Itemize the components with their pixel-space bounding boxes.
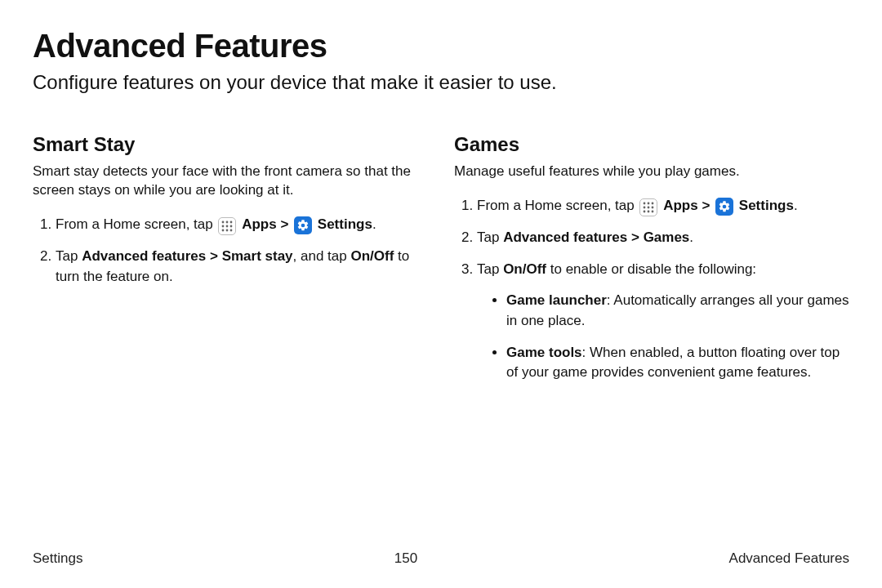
period: . [794,198,798,213]
svg-point-12 [644,207,646,209]
smart-stay-section: Smart Stay Smart stay detects your face … [33,133,428,394]
smart-stay-step-2: Tap Advanced features > Smart stay, and … [56,247,428,287]
svg-point-11 [652,203,654,205]
svg-point-3 [222,225,225,227]
step-bold: Advanced features > Smart stay [82,248,292,264]
period: . [372,216,376,232]
games-desc: Manage useful features while you play ga… [454,163,849,181]
step-bold: Advanced features > Games [503,229,689,245]
step-text: From a Home screen, tap [56,216,216,232]
onoff-label: On/Off [350,248,394,264]
svg-point-5 [230,225,233,227]
games-steps: From a Home screen, tap Apps > Se [454,196,849,383]
svg-point-14 [652,207,654,209]
svg-point-9 [644,203,646,205]
svg-point-1 [226,220,229,223]
apps-label: Apps [242,216,277,232]
step-text: to enable or disable the following: [546,261,756,277]
svg-point-2 [230,220,233,223]
footer-right: Advanced Features [729,550,849,567]
smart-stay-steps: From a Home screen, tap Apps > Se [33,215,428,287]
svg-point-13 [648,207,650,209]
smart-stay-heading: Smart Stay [33,133,428,156]
step-text: Tap [477,261,503,277]
content-columns: Smart Stay Smart stay detects your face … [33,133,849,394]
onoff-label: On/Off [503,261,546,277]
svg-point-4 [226,225,229,227]
smart-stay-desc: Smart stay detects your face with the fr… [33,163,428,200]
apps-label: Apps [663,198,698,213]
period: . [689,229,693,245]
gear-icon [294,216,312,234]
svg-point-0 [222,220,225,223]
games-step-1: From a Home screen, tap Apps > Se [477,196,849,216]
page-title: Advanced Features [33,28,849,65]
games-section: Games Manage useful features while you p… [454,133,849,394]
svg-point-15 [644,211,646,213]
bullet-game-launcher: Game launcher: Automatically arranges al… [506,291,849,331]
settings-label: Settings [318,216,372,232]
bullet-bold: Game tools [506,345,582,360]
gear-icon [715,198,733,216]
separator: > [280,216,292,232]
separator: > [702,198,714,213]
bullet-game-tools: Game tools: When enabled, a button float… [506,343,849,383]
settings-label: Settings [739,198,794,213]
games-bullets: Game launcher: Automatically arranges al… [477,291,849,383]
svg-point-10 [648,203,650,205]
bullet-bold: Game launcher [506,292,607,308]
apps-icon [639,198,657,216]
svg-point-7 [226,229,229,231]
apps-icon [218,217,236,235]
games-step-3: Tap On/Off to enable or disable the foll… [477,260,849,383]
games-step-2: Tap Advanced features > Games. [477,228,849,248]
svg-point-6 [222,229,225,231]
step-text: From a Home screen, tap [477,198,638,213]
step-text: Tap [56,248,82,264]
footer-left: Settings [33,550,82,567]
step-text: Tap [477,229,503,245]
smart-stay-step-1: From a Home screen, tap Apps > Se [56,215,428,235]
page-subtitle: Configure features on your device that m… [33,71,849,94]
step-text: , and tap [293,248,351,264]
games-heading: Games [454,133,849,156]
svg-point-16 [648,211,650,213]
svg-point-8 [230,229,233,231]
footer-page-number: 150 [394,550,417,567]
page-footer: Settings 150 Advanced Features [33,550,849,567]
svg-point-17 [652,211,654,213]
